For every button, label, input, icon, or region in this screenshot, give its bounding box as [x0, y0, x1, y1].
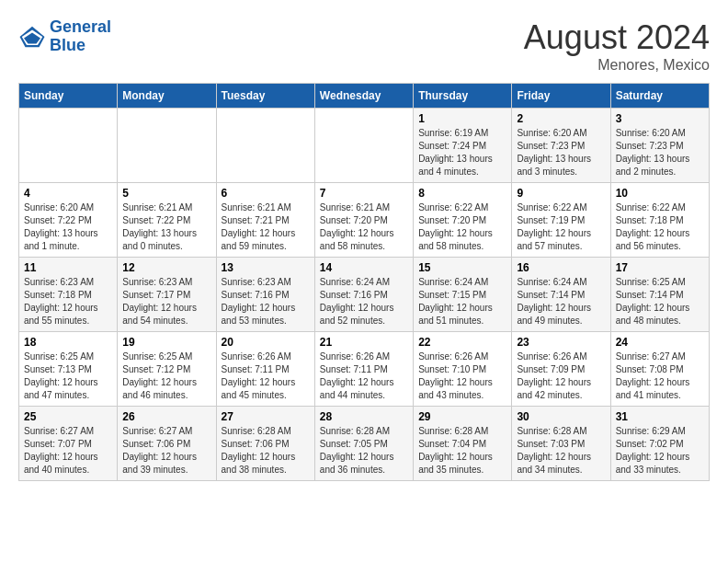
weekday-header-row: SundayMondayTuesdayWednesdayThursdayFrid…: [19, 84, 710, 109]
calendar-body: 1Sunrise: 6:19 AM Sunset: 7:24 PM Daylig…: [19, 109, 710, 481]
weekday-header-saturday: Saturday: [610, 84, 709, 109]
cell-details: Sunrise: 6:29 AM Sunset: 7:02 PM Dayligh…: [616, 425, 704, 477]
calendar-cell: 31Sunrise: 6:29 AM Sunset: 7:02 PM Dayli…: [610, 407, 709, 481]
calendar-cell: 26Sunrise: 6:27 AM Sunset: 7:06 PM Dayli…: [118, 407, 216, 481]
calendar-cell: 19Sunrise: 6:25 AM Sunset: 7:12 PM Dayli…: [118, 332, 216, 407]
calendar-cell: 6Sunrise: 6:21 AM Sunset: 7:21 PM Daylig…: [216, 183, 314, 258]
title-block: August 2024 Menores, Mexico: [524, 18, 710, 74]
logo-line2: Blue: [50, 36, 85, 54]
day-number: 27: [222, 410, 310, 423]
day-number: 29: [418, 410, 506, 423]
calendar-cell: 7Sunrise: 6:21 AM Sunset: 7:20 PM Daylig…: [314, 183, 413, 258]
cell-details: Sunrise: 6:26 AM Sunset: 7:11 PM Dayligh…: [320, 350, 408, 402]
day-number: 7: [320, 187, 408, 200]
cell-details: Sunrise: 6:22 AM Sunset: 7:20 PM Dayligh…: [418, 201, 506, 253]
weekday-header-wednesday: Wednesday: [314, 84, 413, 109]
calendar-cell: 17Sunrise: 6:25 AM Sunset: 7:14 PM Dayli…: [610, 258, 709, 332]
cell-details: Sunrise: 6:28 AM Sunset: 7:05 PM Dayligh…: [320, 425, 408, 477]
cell-details: Sunrise: 6:21 AM Sunset: 7:22 PM Dayligh…: [122, 201, 210, 253]
cell-details: Sunrise: 6:24 AM Sunset: 7:15 PM Dayligh…: [418, 276, 506, 327]
cell-details: Sunrise: 6:26 AM Sunset: 7:11 PM Dayligh…: [222, 350, 310, 402]
cell-details: Sunrise: 6:20 AM Sunset: 7:23 PM Dayligh…: [616, 127, 704, 178]
cell-details: Sunrise: 6:22 AM Sunset: 7:18 PM Dayligh…: [616, 201, 704, 253]
day-number: 1: [418, 112, 506, 125]
day-number: 3: [616, 112, 704, 125]
cell-details: Sunrise: 6:27 AM Sunset: 7:08 PM Dayligh…: [616, 350, 704, 402]
day-number: 25: [24, 410, 112, 423]
weekday-header-friday: Friday: [512, 84, 610, 109]
cell-details: Sunrise: 6:25 AM Sunset: 7:12 PM Dayligh…: [122, 350, 210, 402]
calendar-cell: 24Sunrise: 6:27 AM Sunset: 7:08 PM Dayli…: [610, 332, 709, 407]
day-number: 4: [24, 187, 112, 200]
calendar-cell: 10Sunrise: 6:22 AM Sunset: 7:18 PM Dayli…: [610, 183, 709, 258]
cell-details: Sunrise: 6:27 AM Sunset: 7:07 PM Dayligh…: [24, 425, 112, 477]
calendar-week-4: 18Sunrise: 6:25 AM Sunset: 7:13 PM Dayli…: [19, 332, 710, 407]
calendar-week-5: 25Sunrise: 6:27 AM Sunset: 7:07 PM Dayli…: [19, 407, 710, 481]
day-number: 2: [517, 112, 605, 125]
month-title: August 2024: [524, 18, 710, 57]
day-number: 18: [24, 336, 112, 349]
calendar-cell: 1Sunrise: 6:19 AM Sunset: 7:24 PM Daylig…: [414, 109, 512, 183]
logo: General Blue: [18, 18, 111, 55]
calendar-cell: 9Sunrise: 6:22 AM Sunset: 7:19 PM Daylig…: [512, 183, 610, 258]
calendar-cell: 16Sunrise: 6:24 AM Sunset: 7:14 PM Dayli…: [512, 258, 610, 332]
cell-details: Sunrise: 6:28 AM Sunset: 7:06 PM Dayligh…: [222, 425, 310, 477]
cell-details: Sunrise: 6:28 AM Sunset: 7:03 PM Dayligh…: [517, 425, 605, 477]
calendar-cell: 25Sunrise: 6:27 AM Sunset: 7:07 PM Dayli…: [19, 407, 118, 481]
weekday-header-monday: Monday: [118, 84, 216, 109]
cell-details: Sunrise: 6:28 AM Sunset: 7:04 PM Dayligh…: [418, 425, 506, 477]
day-number: 28: [320, 410, 408, 423]
calendar-cell: 18Sunrise: 6:25 AM Sunset: 7:13 PM Dayli…: [19, 332, 118, 407]
day-number: 17: [616, 261, 704, 274]
day-number: 13: [222, 261, 310, 274]
cell-details: Sunrise: 6:26 AM Sunset: 7:10 PM Dayligh…: [418, 350, 506, 402]
calendar-cell: [19, 109, 118, 183]
day-number: 22: [418, 336, 506, 349]
day-number: 24: [616, 336, 704, 349]
day-number: 31: [616, 410, 704, 423]
cell-details: Sunrise: 6:25 AM Sunset: 7:13 PM Dayligh…: [24, 350, 112, 402]
calendar-cell: 13Sunrise: 6:23 AM Sunset: 7:16 PM Dayli…: [216, 258, 314, 332]
day-number: 23: [517, 336, 605, 349]
calendar-cell: 14Sunrise: 6:24 AM Sunset: 7:16 PM Dayli…: [314, 258, 413, 332]
calendar-cell: 29Sunrise: 6:28 AM Sunset: 7:04 PM Dayli…: [414, 407, 512, 481]
day-number: 15: [418, 261, 506, 274]
cell-details: Sunrise: 6:27 AM Sunset: 7:06 PM Dayligh…: [122, 425, 210, 477]
calendar-cell: [118, 109, 216, 183]
calendar-week-2: 4Sunrise: 6:20 AM Sunset: 7:22 PM Daylig…: [19, 183, 710, 258]
calendar-cell: 15Sunrise: 6:24 AM Sunset: 7:15 PM Dayli…: [414, 258, 512, 332]
weekday-header-tuesday: Tuesday: [216, 84, 314, 109]
day-number: 19: [122, 336, 210, 349]
calendar-cell: 4Sunrise: 6:20 AM Sunset: 7:22 PM Daylig…: [19, 183, 118, 258]
day-number: 16: [517, 261, 605, 274]
day-number: 30: [517, 410, 605, 423]
calendar-cell: 5Sunrise: 6:21 AM Sunset: 7:22 PM Daylig…: [118, 183, 216, 258]
calendar-week-1: 1Sunrise: 6:19 AM Sunset: 7:24 PM Daylig…: [19, 109, 710, 183]
cell-details: Sunrise: 6:21 AM Sunset: 7:21 PM Dayligh…: [222, 201, 310, 253]
day-number: 9: [517, 187, 605, 200]
calendar-cell: 20Sunrise: 6:26 AM Sunset: 7:11 PM Dayli…: [216, 332, 314, 407]
logo-text: General Blue: [50, 18, 111, 55]
logo-icon: [18, 23, 46, 51]
day-number: 8: [418, 187, 506, 200]
cell-details: Sunrise: 6:25 AM Sunset: 7:14 PM Dayligh…: [616, 276, 704, 327]
day-number: 12: [122, 261, 210, 274]
calendar-cell: [314, 109, 413, 183]
day-number: 10: [616, 187, 704, 200]
calendar-cell: 22Sunrise: 6:26 AM Sunset: 7:10 PM Dayli…: [414, 332, 512, 407]
calendar-cell: 3Sunrise: 6:20 AM Sunset: 7:23 PM Daylig…: [610, 109, 709, 183]
day-number: 6: [222, 187, 310, 200]
calendar-cell: 8Sunrise: 6:22 AM Sunset: 7:20 PM Daylig…: [414, 183, 512, 258]
cell-details: Sunrise: 6:21 AM Sunset: 7:20 PM Dayligh…: [320, 201, 408, 253]
cell-details: Sunrise: 6:23 AM Sunset: 7:18 PM Dayligh…: [24, 276, 112, 327]
calendar-week-3: 11Sunrise: 6:23 AM Sunset: 7:18 PM Dayli…: [19, 258, 710, 332]
calendar-cell: 23Sunrise: 6:26 AM Sunset: 7:09 PM Dayli…: [512, 332, 610, 407]
logo-line1: General: [50, 17, 111, 36]
day-number: 5: [122, 187, 210, 200]
weekday-header-thursday: Thursday: [414, 84, 512, 109]
calendar-cell: 12Sunrise: 6:23 AM Sunset: 7:17 PM Dayli…: [118, 258, 216, 332]
cell-details: Sunrise: 6:20 AM Sunset: 7:22 PM Dayligh…: [24, 201, 112, 253]
calendar-table: SundayMondayTuesdayWednesdayThursdayFrid…: [18, 83, 710, 481]
cell-details: Sunrise: 6:24 AM Sunset: 7:16 PM Dayligh…: [320, 276, 408, 327]
cell-details: Sunrise: 6:23 AM Sunset: 7:16 PM Dayligh…: [222, 276, 310, 327]
